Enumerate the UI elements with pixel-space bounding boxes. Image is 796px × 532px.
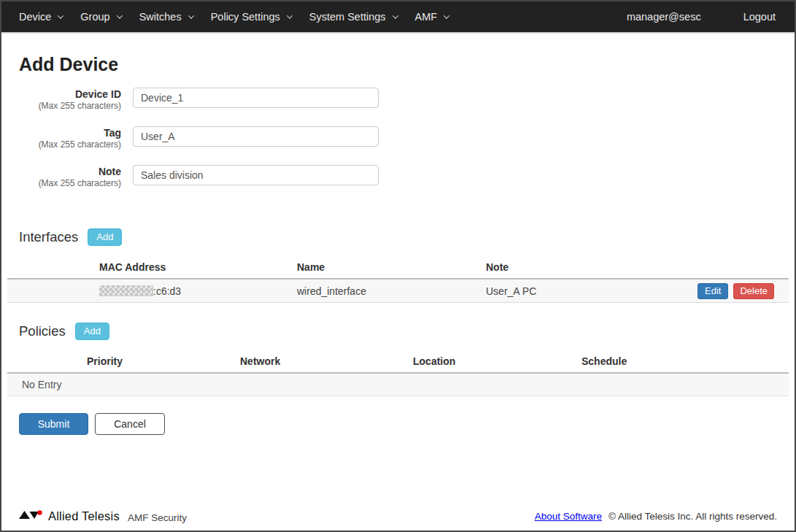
policies-section-header: Policies Add [19,323,795,340]
logout-button[interactable]: Logout [735,1,784,32]
chevron-down-icon [116,12,122,18]
chevron-down-icon [287,12,293,18]
allied-telesis-logo-icon [19,509,43,524]
form-row-device-id: Device ID (Max 255 characters) [19,88,795,112]
form-actions: Submit Cancel [19,413,795,435]
nav-menu: Device Group Switches Policy Settings Sy… [10,1,457,32]
nav-item-group[interactable]: Group [72,1,130,32]
nav-item-switches[interactable]: Switches [131,1,202,32]
tag-label-group: Tag (Max 255 characters) [19,126,121,150]
mac-address-cell: :c6:d3 [99,285,297,297]
user-account[interactable]: manager@sesc [618,1,710,32]
product-name: AMF Security [128,512,187,523]
policies-empty-row: No Entry [7,374,789,396]
interfaces-section-header: Interfaces Add [19,228,795,246]
interfaces-add-button[interactable]: Add [88,228,122,246]
nav-item-amf-label: AMF [415,11,438,23]
main-content: Add Device Device ID (Max 255 characters… [1,32,795,531]
device-id-input[interactable] [133,88,379,108]
nav-item-system-settings-label: System Settings [309,11,386,23]
footer-brand-group: Allied Telesis AMF Security [19,509,187,524]
interfaces-title: Interfaces [19,229,78,245]
nav-item-device[interactable]: Device [10,1,72,32]
nav-item-policy-settings[interactable]: Policy Settings [202,1,301,32]
interface-name-cell: wired_interface [297,285,486,297]
cancel-button[interactable]: Cancel [95,413,165,435]
nav-item-amf[interactable]: AMF [406,1,458,32]
nav-item-group-label: Group [80,11,109,23]
col-location: Location [413,355,581,367]
policies-table-header: Priority Network Location Schedule [7,350,789,374]
submit-button[interactable]: Submit [19,413,88,435]
no-entry-text: No Entry [22,379,61,390]
note-label-group: Note (Max 255 characters) [19,165,121,189]
chevron-down-icon [444,12,449,18]
interfaces-table-header: MAC Address Name Note [7,255,789,280]
mac-suffix: :c6:d3 [153,285,181,297]
nav-item-policy-settings-label: Policy Settings [211,11,280,23]
nav-item-switches-label: Switches [139,11,182,23]
note-input[interactable] [133,165,379,185]
col-network: Network [240,355,413,367]
edit-button[interactable]: Edit [698,283,728,299]
col-note: Note [486,261,774,273]
device-id-label: Device ID [19,88,121,101]
col-mac-address: MAC Address [99,261,297,273]
page-title: Add Device [19,54,795,75]
col-priority: Priority [87,355,240,367]
nav-item-system-settings[interactable]: System Settings [301,1,406,32]
brand-name: Allied Telesis [48,509,120,523]
device-id-hint: (Max 255 characters) [19,101,121,112]
device-id-label-group: Device ID (Max 255 characters) [19,88,121,112]
interfaces-table: MAC Address Name Note :c6:d3 wired_inter… [7,255,789,303]
delete-button[interactable]: Delete [733,283,774,299]
col-schedule: Schedule [581,355,789,367]
copyright-text: © Allied Telesis Inc. All rights reserve… [608,511,777,522]
mac-redacted-block [99,285,153,296]
chevron-down-icon [188,12,193,18]
page-footer: Allied Telesis AMF Security About Softwa… [1,509,795,531]
policies-table: Priority Network Location Schedule No En… [7,350,789,396]
tag-hint: (Max 255 characters) [19,139,121,150]
chevron-down-icon [58,12,63,18]
interface-table-row: :c6:d3 wired_interface User_A PC Edit De… [7,280,789,303]
chevron-down-icon [392,12,398,18]
nav-item-device-label: Device [19,11,51,23]
policies-add-button[interactable]: Add [75,323,109,340]
footer-legal-group: About Software © Allied Telesis Inc. All… [535,511,777,522]
about-software-link[interactable]: About Software [535,511,602,522]
tag-label: Tag [19,127,121,139]
nav-right: manager@sesc Logout [618,1,784,32]
form-row-tag: Tag (Max 255 characters) [19,126,795,150]
col-name: Name [297,261,486,273]
tag-input[interactable] [133,126,379,147]
top-navbar: Device Group Switches Policy Settings Sy… [1,1,795,32]
interface-note-cell: User_A PC [486,285,698,297]
policies-title: Policies [19,323,66,339]
note-hint: (Max 255 characters) [19,178,121,189]
note-label: Note [19,166,121,178]
form-row-note: Note (Max 255 characters) [19,165,795,189]
